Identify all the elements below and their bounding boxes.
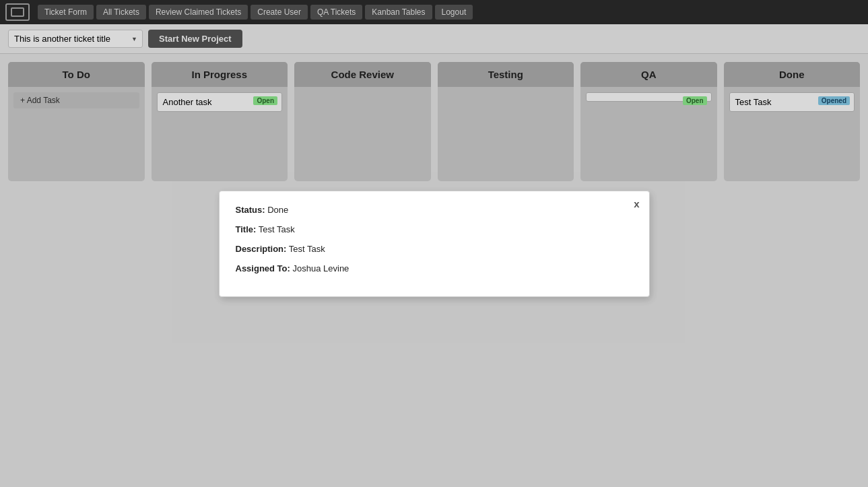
modal-close-button[interactable]: x xyxy=(634,198,639,209)
modal-description-value-text: Test Task xyxy=(289,244,325,254)
modal-overlay[interactable]: x Status: Done Title: Test Task Descript… xyxy=(0,0,868,487)
modal-status-row: Status: Done xyxy=(236,205,633,215)
task-detail-modal: x Status: Done Title: Test Task Descript… xyxy=(219,191,650,297)
modal-description-label: Description: xyxy=(236,244,287,254)
modal-assigned-row: Assigned To: Joshua Levine xyxy=(236,263,633,273)
modal-status-value-text: Done xyxy=(267,205,288,215)
modal-title-value-text: Test Task xyxy=(259,224,295,234)
modal-title-label: Title: xyxy=(236,224,257,234)
modal-title-row: Title: Test Task xyxy=(236,224,633,234)
modal-assigned-value-text: Joshua Levine xyxy=(293,263,349,273)
modal-assigned-label: Assigned To: xyxy=(236,263,290,273)
modal-description-row: Description: Test Task xyxy=(236,244,633,254)
modal-status-label: Status: xyxy=(236,205,265,215)
